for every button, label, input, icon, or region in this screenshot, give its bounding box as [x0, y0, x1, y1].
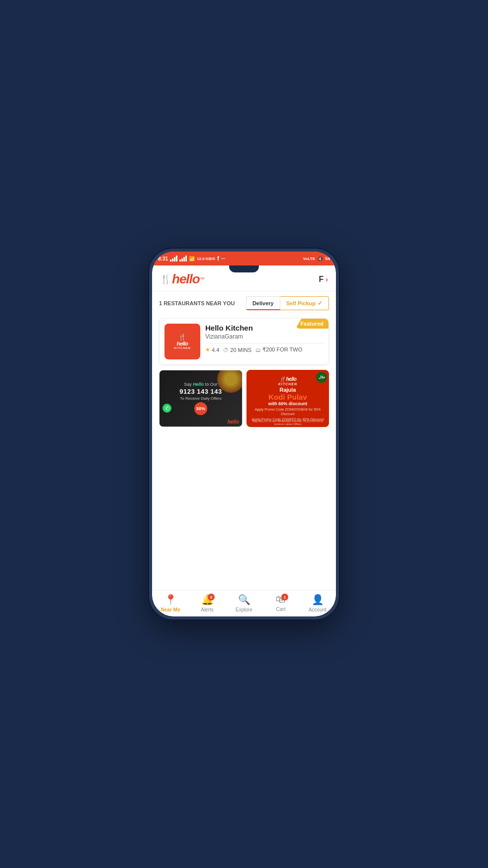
- bottom-nav: 📍 Near Me 🔔 0 Alerts 🔍 Explore 🛍 1 Cart …: [152, 590, 336, 616]
- logo-kitchen: KITCHEN: [174, 347, 191, 349]
- mute-icon: 🔇: [317, 256, 323, 261]
- clock-icon: ⏱: [223, 347, 229, 353]
- phone-frame: 8:31 📶 12.0 KB/S f ···: [149, 249, 339, 619]
- facebook-icon: f: [217, 255, 219, 262]
- signal-bar: [185, 256, 187, 261]
- promo-promo1: Apply Promo Code ZOMATONEW for 50% Disco…: [250, 407, 325, 416]
- promo-right[interactable]: 🍴 hello KITCHEN Rajula Kodi Pulav with 6…: [246, 370, 329, 427]
- logo-text: hello: [172, 271, 200, 287]
- tabs-section: 1 RESTAURANTS NEAR YOU Delivery Self Pic…: [152, 291, 336, 315]
- restaurant-location: VizianaGaram: [205, 333, 324, 344]
- signal-bar: [176, 256, 177, 261]
- nav-cart[interactable]: 🛍 1 Cart: [262, 594, 299, 612]
- explore-label: Explore: [236, 607, 252, 612]
- price-item: 🗂 ₹200 FOR TWO: [255, 347, 302, 353]
- card-top: 🍴 hello KITCHEN Hello Kitchen VizianaGar…: [160, 319, 328, 364]
- near-me-label: Near Me: [161, 607, 180, 612]
- price-value: ₹200 FOR TWO: [262, 347, 302, 353]
- nav-alerts[interactable]: 🔔 0 Alerts: [189, 594, 226, 612]
- wallet-icon: 🗂: [255, 347, 261, 353]
- battery-display: 54: [325, 256, 330, 261]
- alerts-badge: 0: [208, 594, 215, 601]
- network-speed: 12.0 KB/S: [197, 257, 215, 261]
- notch: [229, 265, 259, 272]
- rating-value: 4.4: [212, 347, 219, 353]
- promo-right-title: Rajula: [250, 387, 325, 393]
- status-left: 8:31 📶 12.0 KB/S f ···: [158, 255, 225, 262]
- main-content: 🍴 hello ™ F › 1 RESTAURANTS NEAR YOU Del…: [152, 265, 336, 590]
- location-initial: F: [319, 275, 324, 284]
- empty-space: [152, 432, 336, 531]
- signal-bar: [170, 260, 171, 261]
- promo-kodi-pulav: Kodi Pulav: [250, 393, 325, 402]
- location-button[interactable]: F ›: [319, 275, 328, 284]
- check-icon: ✓: [318, 300, 323, 307]
- nav-explore[interactable]: 🔍 Explore: [226, 594, 262, 612]
- promo-discount: with 60% discount: [250, 401, 325, 406]
- signal-bar: [183, 257, 185, 261]
- logo-fork-icon: 🍴: [178, 334, 186, 341]
- cart-label: Cart: [276, 607, 286, 612]
- phone-inner: 8:31 📶 12.0 KB/S f ···: [152, 252, 336, 616]
- status-bar: 8:31 📶 12.0 KB/S f ···: [152, 252, 336, 265]
- signal-bar: [179, 260, 181, 261]
- alerts-label: Alerts: [201, 607, 214, 612]
- promo-footer: Say HELLO to our WhatsApp Number 9123143…: [248, 420, 327, 426]
- nav-account[interactable]: 👤 Account: [299, 594, 336, 612]
- signal-bar: [174, 257, 175, 261]
- restaurant-card[interactable]: 🍴 hello KITCHEN Hello Kitchen VizianaGar…: [159, 318, 329, 365]
- rating-item: ★ 4.4: [205, 347, 219, 353]
- account-label: Account: [309, 607, 326, 612]
- status-right: VoLTE 🔇 54: [303, 256, 330, 261]
- near-me-icon: 📍: [164, 594, 177, 606]
- more-icon: ···: [221, 256, 225, 261]
- promo-right-logo: 🍴 hello KITCHEN: [250, 375, 325, 386]
- tabs-container: Delivery Self Pickup ✓: [246, 296, 329, 310]
- chevron-right-icon: ›: [325, 275, 328, 283]
- hello-logo: 🍴 hello ™: [160, 271, 205, 287]
- explore-icon: 🔍: [238, 594, 250, 606]
- halal-badge: حلال: [316, 372, 327, 383]
- nav-near-me[interactable]: 📍 Near Me: [152, 594, 189, 612]
- promo-badge-50: 50%: [194, 402, 207, 415]
- cart-badge: 1: [281, 594, 288, 601]
- signal-bars-1: [170, 256, 177, 261]
- restaurant-count: 1 RESTAURANTS NEAR YOU: [159, 300, 241, 307]
- restaurant-meta: ★ 4.4 ⏱ 20 MINS 🗂 ₹200 FOR TWO: [205, 347, 324, 353]
- promo-left-logo: hello: [228, 419, 239, 425]
- signal-bar: [172, 259, 173, 261]
- account-icon: 👤: [312, 594, 324, 606]
- promo-section: Say Hello to Our 9123 143 143 To Receive…: [159, 370, 329, 427]
- restaurant-logo: 🍴 hello KITCHEN: [164, 324, 200, 359]
- volte-icon: VoLTE: [303, 257, 315, 261]
- whatsapp-icon: ✆: [163, 404, 171, 413]
- signal-bars-2: [179, 256, 187, 261]
- promo-left[interactable]: Say Hello to Our 9123 143 143 To Receive…: [159, 370, 243, 427]
- featured-badge: Featured: [296, 319, 328, 329]
- time-value: 20 MINS: [230, 347, 251, 353]
- time-display: 8:31: [158, 256, 168, 261]
- star-icon: ★: [205, 347, 210, 353]
- time-item: ⏱ 20 MINS: [223, 347, 251, 353]
- signal-bar: [181, 259, 183, 261]
- promo-offers: To Receive Daily Offers: [163, 396, 238, 401]
- logo-hello: hello: [176, 341, 188, 347]
- fork-icon: 🍴: [160, 274, 171, 285]
- delivery-tab[interactable]: Delivery: [246, 296, 280, 310]
- self-pickup-tab[interactable]: Self Pickup ✓: [280, 296, 329, 310]
